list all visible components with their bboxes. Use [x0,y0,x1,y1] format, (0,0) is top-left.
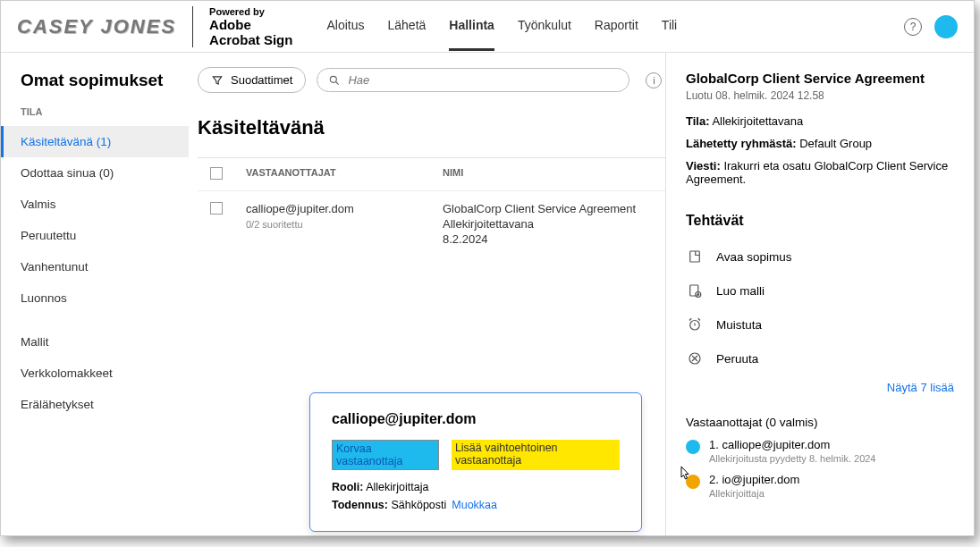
row-email: calliope@jupiter.dom [246,202,443,215]
add-alt-recipient-link[interactable]: Lisää vaihtoehtoinen vastaanottaja [452,440,620,470]
nav-laheta[interactable]: Lähetä [387,2,426,51]
cancel-icon [686,349,704,367]
col-name: NIMI [443,167,653,181]
search-icon [328,74,341,87]
recipient-status-dot [686,475,700,489]
sidebar-item-luonnos[interactable]: Luonnos [1,282,189,314]
sidebar-item-verkkolomakkeet[interactable]: Verkkolomakkeet [1,358,189,389]
action-open[interactable]: Avaa sopimus [686,240,954,274]
help-icon[interactable]: ? [904,18,922,36]
col-recipients: VASTAANOTTAJAT [246,167,443,181]
row-progress: 0/2 suoritettu [246,219,443,230]
open-icon [686,248,704,265]
svg-rect-2 [690,251,700,262]
filter-label: Suodattimet [231,73,292,87]
sidebar-item-valmis[interactable]: Valmis [1,189,189,220]
svg-line-10 [698,318,700,320]
filter-button[interactable]: Suodattimet [198,67,306,93]
recipient-sub: Allekirjoitusta pyydetty 8. helmik. 2024 [709,453,875,464]
action-cancel-label: Peruuta [716,352,758,366]
select-all-checkbox[interactable] [210,167,223,180]
sidebar-item-eralahetykset[interactable]: Erälähetykset [1,389,189,420]
section-title: Käsiteltävänä [198,116,665,139]
nav-raportit[interactable]: Raportit [595,2,638,51]
recipient-sub: Allekirjoittaja [709,488,799,499]
svg-line-1 [336,81,339,84]
nav-tyonkulut[interactable]: Työnkulut [518,2,571,51]
filter-icon [211,74,224,87]
recipient-popup: calliope@jupiter.dom Korvaa vastaanottaj… [309,392,642,532]
sidebar-item-kasiteltavana[interactable]: Käsiteltävänä (1) [1,126,189,157]
tila-label: TILA [1,106,189,126]
agreements-table: VASTAANOTTAJAT NIMI calliope@jupiter.dom… [198,157,665,257]
detail-title: GlobalCorp Client Service Agreement [686,71,954,86]
search-input[interactable] [348,73,618,87]
detail-panel: GlobalCorp Client Service Agreement Luot… [665,53,974,535]
detail-tila: Tila: Allekirjoitettavana [686,114,954,128]
recipient-row[interactable]: 2. io@jupiter.dom Allekirjoittaja [686,473,954,499]
main-nav: Aloitus Lähetä Hallinta Työnkulut Raport… [326,2,677,51]
nav-aloitus[interactable]: Aloitus [326,2,364,51]
action-cancel[interactable]: Peruuta [686,341,954,375]
row-date: 8.2.2024 [443,232,653,246]
brand-logo: CASEY JONES [17,15,176,38]
detail-message: Viesti: Irakurri eta osatu GlobalCorp Cl… [686,159,954,186]
action-remind[interactable]: Muistuta [686,307,954,341]
sidebar-item-vanhentunut[interactable]: Vanhentunut [1,251,189,282]
action-remind-label: Muistuta [716,318,762,332]
recipient-name: 1. calliope@jupiter.dom [709,438,875,451]
action-template[interactable]: Luo malli [686,274,954,307]
recipient-name: 2. io@jupiter.dom [709,473,799,486]
show-more-link[interactable]: Näytä 7 lisää [686,381,954,394]
sidebar-item-peruutettu[interactable]: Peruutettu [1,220,189,251]
recipient-row[interactable]: 1. calliope@jupiter.dom Allekirjoitusta … [686,438,954,464]
info-icon[interactable]: i [646,72,662,88]
action-template-label: Luo malli [716,284,765,298]
row-name: GlobalCorp Client Service Agreement [443,202,653,215]
acrobat-brand: Powered by Adobe Acrobat Sign [192,6,292,47]
recipients-title: Vastaanottajat (0 valmis) [686,416,954,429]
header: CASEY JONES Powered by Adobe Acrobat Sig… [1,1,974,53]
edit-auth-link[interactable]: Muokkaa [452,499,497,511]
nav-tili[interactable]: Tili [662,2,677,51]
powered-by-label: Powered by [209,6,292,17]
table-row[interactable]: calliope@jupiter.dom 0/2 suoritettu Glob… [198,191,665,257]
alarm-icon [686,316,704,333]
sidebar-title: Omat sopimukset [1,71,189,106]
replace-recipient-link[interactable]: Korvaa vastaanottaja [332,440,439,470]
recipient-status-dot [686,440,700,454]
row-checkbox[interactable] [210,202,223,215]
user-avatar[interactable] [934,15,958,38]
detail-group: Lähetetty ryhmästä: Default Group [686,137,954,150]
svg-point-0 [331,76,337,82]
svg-line-9 [689,318,691,320]
sidebar: Omat sopimukset TILA Käsiteltävänä (1) O… [1,53,189,535]
popup-auth: Todennus: SähköpostiMuokkaa [332,499,620,511]
template-icon [686,282,704,299]
acrobat-sign-label: Acrobat Sign [209,32,292,47]
actions-title: Tehtävät [686,213,954,229]
nav-hallinta[interactable]: Hallinta [449,2,494,51]
detail-created: Luotu 08. helmik. 2024 12.58 [686,89,954,102]
action-open-label: Avaa sopimus [716,250,792,264]
row-status: Allekirjoitettavana [443,217,653,231]
sidebar-item-mallit[interactable]: Mallit [1,326,189,358]
search-field[interactable] [317,68,629,92]
adobe-label: Adobe [209,17,292,32]
popup-role: Rooli: Allekirjoittaja [332,481,620,493]
popup-title: calliope@jupiter.dom [332,411,620,427]
sidebar-item-odottaa[interactable]: Odottaa sinua (0) [1,157,189,189]
